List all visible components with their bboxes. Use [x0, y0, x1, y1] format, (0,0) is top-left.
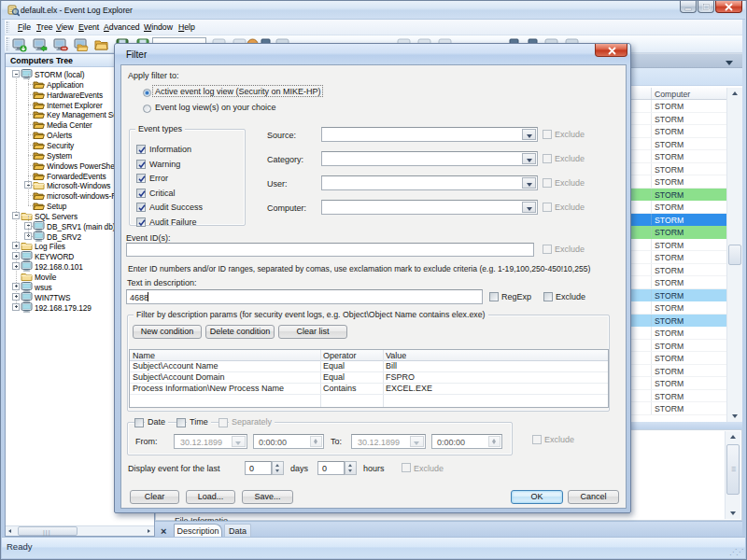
event-type-checkbox-information[interactable] — [136, 145, 146, 154]
disconnect-computer-icon[interactable] — [53, 37, 68, 52]
regexp-checkbox[interactable] — [489, 292, 499, 301]
close-description-icon[interactable]: × — [161, 525, 166, 537]
tree-horizontal-scrollbar[interactable]: ||| — [6, 525, 154, 536]
tree-item-label[interactable]: Media Center — [47, 120, 92, 130]
user-combobox[interactable] — [321, 175, 538, 190]
computer-exclude-checkbox[interactable] — [543, 203, 552, 212]
text-exclude-checkbox[interactable] — [543, 292, 553, 301]
delete-condition-button[interactable]: Delete condition — [205, 325, 275, 339]
category-dropdown-icon[interactable] — [522, 153, 536, 164]
tree-item-label[interactable]: ForwardedEvents — [47, 172, 106, 181]
menu-help[interactable]: Help — [178, 22, 195, 32]
menu-view[interactable]: View — [56, 22, 74, 32]
menu-file[interactable]: File — [18, 22, 31, 32]
to-time-spinner[interactable] — [488, 436, 500, 447]
menu-event[interactable]: Event — [78, 22, 99, 32]
menubar-grip[interactable] — [7, 21, 9, 33]
tree-item-label[interactable]: STORM (local) — [35, 70, 84, 79]
tab-data[interactable]: Data — [224, 524, 251, 538]
tree-item-label[interactable]: SQL Servers — [35, 212, 78, 221]
computer-dropdown-icon[interactable] — [522, 202, 536, 213]
collapse-icon[interactable] — [12, 70, 20, 77]
scroll-right-button[interactable] — [144, 526, 154, 536]
col-name[interactable]: Name — [133, 351, 155, 360]
expand-icon[interactable] — [12, 252, 20, 259]
ok-button[interactable]: OK — [511, 490, 563, 504]
desc-scroll-up[interactable] — [726, 431, 740, 443]
connect-computer-icon[interactable] — [12, 37, 27, 52]
col-value[interactable]: Value — [386, 351, 406, 360]
tree-item-label[interactable]: Log Files — [35, 242, 65, 251]
tree-item-label[interactable]: DB_SRV1 (main db) — [47, 222, 115, 231]
grid-scroll-thumb[interactable] — [728, 245, 741, 265]
tab-description[interactable]: Description — [174, 524, 222, 538]
category-exclude-checkbox[interactable] — [543, 154, 552, 163]
load-button[interactable]: Load... — [186, 490, 235, 504]
scroll-left-button[interactable] — [6, 526, 16, 536]
from-date-picker[interactable]: 30.12.1899 — [174, 434, 247, 449]
source-dropdown-icon[interactable] — [522, 129, 536, 140]
cancel-button[interactable]: Cancel — [568, 490, 619, 504]
radio-active-label[interactable]: Active event log view (Security on MIKE-… — [155, 87, 321, 96]
expand-icon[interactable] — [12, 293, 20, 301]
maximize-button[interactable] — [698, 1, 714, 13]
grid-column-computer[interactable]: Computer — [655, 90, 690, 99]
tree-item-label[interactable]: Key Management Serv — [47, 110, 124, 119]
condition-row[interactable]: Process Information\New Process NameCont… — [130, 384, 608, 395]
menu-tree[interactable]: Tree — [36, 22, 53, 32]
days-input[interactable]: 0 — [245, 461, 272, 475]
event-type-checkbox-audit-failure[interactable] — [136, 217, 146, 227]
open-remote-computer-icon[interactable] — [33, 37, 48, 52]
expand-icon[interactable] — [12, 303, 20, 311]
radio-choice-label[interactable]: Event log view(s) on your choice — [155, 103, 276, 112]
clear-button[interactable]: Clear — [130, 490, 179, 504]
hours-input[interactable]: 0 — [317, 461, 345, 475]
col-operator[interactable]: Operator — [323, 351, 357, 360]
event-ids-input[interactable] — [126, 243, 534, 257]
tree-item-label[interactable]: Application — [47, 80, 84, 90]
separately-checkbox[interactable] — [218, 418, 228, 427]
grid-vertical-scrollbar[interactable] — [726, 88, 742, 422]
tree-item-label[interactable]: Security — [47, 141, 74, 150]
scroll-thumb[interactable]: ||| — [18, 526, 78, 536]
computer-combobox[interactable] — [321, 200, 538, 215]
event-type-checkbox-warning[interactable] — [136, 160, 146, 169]
close-button[interactable] — [715, 1, 742, 13]
new-condition-button[interactable]: New condition — [133, 325, 202, 339]
category-combobox[interactable] — [321, 151, 538, 166]
condition-row[interactable]: Subject\Account NameEqualBill — [130, 361, 608, 372]
from-time-spinner[interactable] — [310, 436, 322, 447]
days-spinner[interactable] — [272, 461, 284, 475]
tree-item-label[interactable]: Setup — [47, 202, 66, 211]
source-exclude-checkbox[interactable] — [543, 130, 552, 139]
hours-spinner[interactable] — [345, 461, 357, 475]
toolbar-grip[interactable] — [7, 37, 9, 50]
clear-list-button[interactable]: Clear list — [278, 325, 347, 339]
minimize-button[interactable] — [680, 1, 697, 13]
grid-scroll-up[interactable] — [727, 88, 742, 100]
resize-grip[interactable]: ⋰⋰ — [729, 548, 742, 556]
desc-scroll-thumb[interactable]: ☰ — [726, 444, 740, 495]
tree-item-label[interactable]: Microsoft-Windows — [47, 181, 110, 190]
desc-scroll-down[interactable] — [726, 507, 740, 519]
expand-icon[interactable] — [12, 262, 20, 270]
tree-item-label[interactable]: HardwareEvents — [47, 91, 103, 100]
save-button[interactable]: Save... — [242, 490, 293, 504]
open-file-icon[interactable] — [94, 37, 109, 52]
to-date-dropdown-icon[interactable] — [410, 436, 424, 447]
tree-item-label[interactable]: Internet Explorer — [47, 101, 103, 110]
to-time-field[interactable]: 0:00:00 — [431, 434, 502, 449]
event-type-checkbox-error[interactable] — [136, 174, 146, 183]
tree-item-label[interactable]: 192.168.179.129 — [35, 303, 92, 313]
tree-item-label[interactable]: OAlerts — [47, 131, 72, 140]
radio-active-view[interactable] — [143, 89, 151, 97]
tree-item-label[interactable]: Movile — [35, 273, 56, 282]
radio-choice-view[interactable] — [143, 105, 151, 113]
text-in-description-input[interactable]: 4688 — [126, 289, 483, 304]
from-date-dropdown-icon[interactable] — [232, 436, 246, 447]
display-exclude-checkbox[interactable] — [402, 463, 411, 472]
event-type-checkbox-critical[interactable] — [136, 189, 146, 198]
to-date-picker[interactable]: 30.12.1899 — [351, 434, 426, 449]
tree-item-label[interactable]: DB_SRV2 — [47, 232, 81, 242]
event-ids-exclude-checkbox[interactable] — [543, 245, 552, 254]
